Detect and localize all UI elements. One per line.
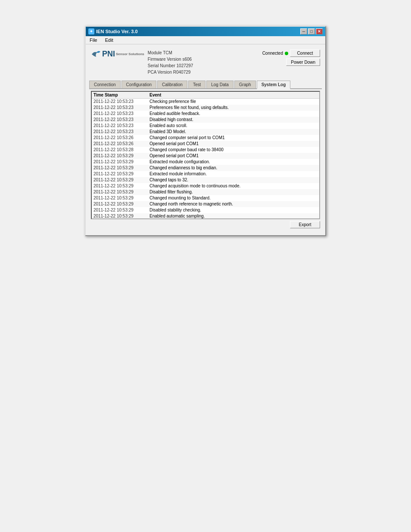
menu-edit[interactable]: Edit: [104, 37, 115, 43]
log-timestamp: 2011-12-22 10:53:29: [93, 153, 149, 159]
connection-status: Connected Connect: [262, 50, 320, 57]
log-timestamp: 2011-12-22 10:53:29: [93, 159, 149, 165]
log-event: Changed computer serial port to COM1: [149, 135, 318, 141]
minimize-button[interactable]: ─: [300, 28, 307, 34]
log-timestamp: 2011-12-22 10:53:29: [93, 195, 149, 201]
content-area: PNI Sensor Solutions Module TCM Firmware…: [86, 44, 325, 235]
log-row: 2011-12-22 10:53:23Enabled audible feedb…: [92, 111, 319, 117]
bird-icon: [91, 50, 101, 59]
powerdown-button[interactable]: Power Down: [286, 59, 320, 66]
log-timestamp: 2011-12-22 10:53:26: [93, 135, 149, 141]
log-row: 2011-12-22 10:53:29Changed north referen…: [92, 201, 319, 207]
log-outer: Time Stamp Event 2011-12-22 10:53:23Chec…: [91, 91, 320, 219]
log-timestamp: 2011-12-22 10:53:23: [93, 105, 149, 111]
log-row: 2011-12-22 10:53:23Preferences file not …: [92, 105, 319, 111]
tabs-bar: Connection Configuration Calibration Tes…: [89, 81, 322, 89]
log-row: 2011-12-22 10:53:29Extracted module info…: [92, 171, 319, 177]
log-row: 2011-12-22 10:53:26Changed computer seri…: [92, 135, 319, 141]
tab-test[interactable]: Test: [188, 81, 206, 88]
pca-label: PCA Version R040729: [148, 69, 193, 75]
tab-calibration[interactable]: Calibration: [157, 81, 187, 88]
serial-label: Serial Number 1027297: [148, 62, 193, 69]
log-event: Disabled high contrast.: [149, 117, 318, 123]
log-timestamp: 2011-12-22 10:53:29: [93, 189, 149, 195]
log-event: Changed endianness to big endian.: [149, 165, 318, 171]
log-timestamp: 2011-12-22 10:53:29: [93, 165, 149, 171]
log-event: Extracted module information.: [149, 171, 318, 177]
log-timestamp: 2011-12-22 10:53:23: [93, 123, 149, 129]
log-event: Disabled filter flushing.: [149, 189, 318, 195]
export-button[interactable]: Export: [290, 221, 320, 228]
menu-bar: File Edit: [86, 36, 325, 44]
logo-tagline: Sensor Solutions: [116, 52, 144, 56]
col-event-header: Event: [149, 93, 318, 97]
status-dot: [285, 52, 288, 55]
connected-label: Connected: [262, 51, 283, 56]
title-bar-left: ✦ IEN Studio Ver. 3.0: [88, 28, 138, 34]
firmware-label: Firmware Version s606: [148, 56, 193, 62]
log-event: Disabled stability checking.: [149, 207, 318, 213]
log-timestamp: 2011-12-22 10:53:23: [93, 99, 149, 105]
log-row: 2011-12-22 10:53:29Extracted module conf…: [92, 159, 319, 165]
log-timestamp: 2011-12-22 10:53:26: [93, 141, 149, 147]
title-bar: ✦ IEN Studio Ver. 3.0 ─ □ ✕: [86, 27, 325, 36]
log-row: 2011-12-22 10:53:26Opened serial port CO…: [92, 141, 319, 147]
log-event: Opened serial port COM1: [149, 153, 318, 159]
menu-file[interactable]: File: [88, 37, 99, 43]
maximize-button[interactable]: □: [308, 28, 315, 34]
log-row: 2011-12-22 10:53:29Opened serial port CO…: [92, 153, 319, 159]
tab-connection[interactable]: Connection: [89, 81, 121, 88]
tab-logdata[interactable]: Log Data: [206, 81, 234, 88]
log-event: Checking preference file: [149, 99, 318, 105]
log-row: 2011-12-22 10:53:28Changed computer baud…: [92, 147, 319, 153]
log-timestamp: 2011-12-22 10:53:23: [93, 111, 149, 117]
log-row: 2011-12-22 10:53:23Checking preference f…: [92, 99, 319, 105]
log-row: 2011-12-22 10:53:23Disabled high contras…: [92, 117, 319, 123]
log-timestamp: 2011-12-22 10:53:29: [93, 213, 149, 218]
log-event: Changed acquisition mode to continuous m…: [149, 183, 318, 189]
logo-info: PNI Sensor Solutions Module TCM Firmware…: [91, 50, 193, 75]
tab-configuration[interactable]: Configuration: [121, 81, 156, 88]
col-timestamp-header: Time Stamp: [93, 93, 149, 97]
log-table-header: Time Stamp Event: [92, 92, 319, 99]
main-window: ✦ IEN Studio Ver. 3.0 ─ □ ✕ File Edit P: [85, 26, 326, 236]
logo-text: PNI: [102, 50, 115, 59]
tab-graph[interactable]: Graph: [234, 81, 256, 88]
tab-systemlog[interactable]: System Log: [257, 81, 291, 89]
log-event: Preferences file not found, using defaul…: [149, 105, 318, 111]
log-row: 2011-12-22 10:53:23Enabled auto scroll.: [92, 123, 319, 129]
log-event: Enabled auto scroll.: [149, 123, 318, 129]
log-row: 2011-12-22 10:53:23Enabled 3D Model.: [92, 129, 319, 135]
system-log-panel: Time Stamp Event 2011-12-22 10:53:23Chec…: [89, 89, 322, 232]
module-label: Module TCM: [148, 50, 193, 56]
close-button[interactable]: ✕: [316, 28, 323, 34]
export-row: Export: [91, 219, 320, 230]
log-timestamp: 2011-12-22 10:53:23: [93, 117, 149, 123]
app-icon: ✦: [88, 28, 94, 34]
log-body[interactable]: 2011-12-22 10:53:23Checking preference f…: [92, 99, 319, 218]
connect-button[interactable]: Connect: [290, 50, 320, 57]
log-timestamp: 2011-12-22 10:53:23: [93, 129, 149, 135]
log-event: Changed north reference to magnetic nort…: [149, 201, 318, 207]
log-event: Changed taps to 32.: [149, 177, 318, 183]
log-event: Enabled 3D Model.: [149, 129, 318, 135]
header-section: PNI Sensor Solutions Module TCM Firmware…: [89, 48, 322, 77]
log-row: 2011-12-22 10:53:29Disabled filter flush…: [92, 189, 319, 195]
log-event: Changed mounting to Standard.: [149, 195, 318, 201]
log-row: 2011-12-22 10:53:29Changed endianness to…: [92, 165, 319, 171]
log-timestamp: 2011-12-22 10:53:29: [93, 171, 149, 177]
log-timestamp: 2011-12-22 10:53:29: [93, 201, 149, 207]
log-event: Enabled automatic sampling.: [149, 213, 318, 218]
log-timestamp: 2011-12-22 10:53:29: [93, 183, 149, 189]
log-event: Changed computer baud rate to 38400: [149, 147, 318, 153]
connection-area: Connected Connect Power Down: [262, 50, 320, 66]
log-row: 2011-12-22 10:53:29Enabled automatic sam…: [92, 213, 319, 218]
window-title: IEN Studio Ver. 3.0: [96, 29, 138, 34]
log-event: Opened serial port COM1: [149, 141, 318, 147]
log-timestamp: 2011-12-22 10:53:29: [93, 207, 149, 213]
log-timestamp: 2011-12-22 10:53:29: [93, 177, 149, 183]
log-row: 2011-12-22 10:53:29Disabled stability ch…: [92, 207, 319, 213]
log-row: 2011-12-22 10:53:29Changed taps to 32.: [92, 177, 319, 183]
log-row: 2011-12-22 10:53:29Changed acquisition m…: [92, 183, 319, 189]
log-event: Extracted module configuration.: [149, 159, 318, 165]
